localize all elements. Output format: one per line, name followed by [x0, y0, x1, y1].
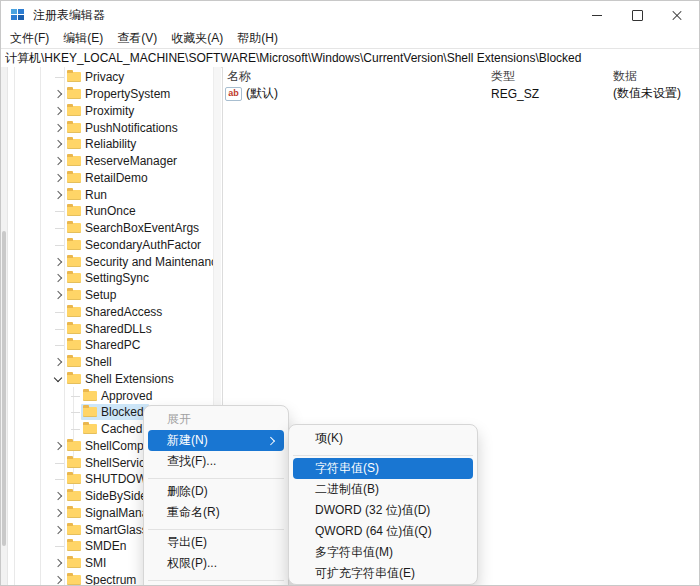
tree-row[interactable]: Reliability [1, 136, 221, 153]
tree-row[interactable]: Run [1, 186, 221, 203]
tree-row[interactable]: SharedPC [1, 337, 221, 354]
folder-icon [67, 72, 81, 82]
chevron-icon[interactable] [51, 438, 65, 454]
chevron-icon[interactable] [51, 455, 65, 471]
context-menu-item[interactable]: 新建(N) [148, 430, 284, 451]
chevron-icon[interactable] [51, 136, 65, 152]
chevron-icon[interactable] [51, 187, 65, 203]
chevron-icon[interactable] [51, 170, 65, 186]
submenu-item[interactable]: DWORD (32 位)值(D) [293, 500, 473, 521]
tree-row[interactable]: SecondaryAuthFactor [1, 237, 221, 254]
value-name: (默认) [246, 85, 278, 102]
chevron-icon[interactable] [51, 304, 65, 320]
tree-row[interactable]: PushNotifications [1, 119, 221, 136]
tree-row[interactable]: PropertySystem [1, 86, 221, 103]
chevron-icon[interactable] [51, 86, 65, 102]
chevron-icon[interactable] [51, 237, 65, 253]
chevron-icon[interactable] [51, 505, 65, 521]
chevron-icon[interactable] [51, 471, 65, 487]
tree-row[interactable]: SharedAccess [1, 304, 221, 321]
tree-scrollbar-left[interactable] [1, 67, 8, 585]
menu-bar-item[interactable]: 帮助(H) [230, 29, 285, 48]
column-header-type[interactable]: 类型 [491, 68, 613, 85]
chevron-icon[interactable] [51, 572, 65, 585]
tree-row[interactable]: Shell [1, 354, 221, 371]
tree-row-label: SecondaryAuthFactor [85, 238, 201, 252]
chevron-icon[interactable] [67, 388, 81, 404]
tree-row[interactable]: RetailDemo [1, 170, 221, 187]
tree-row[interactable]: SettingSync [1, 270, 221, 287]
scrollbar-thumb[interactable] [2, 231, 6, 546]
chevron-icon[interactable] [51, 522, 65, 538]
address-input[interactable] [1, 51, 699, 65]
menu-bar-item[interactable]: 收藏夹(A) [164, 29, 230, 48]
tree-row-label: PropertySystem [85, 87, 170, 101]
chevron-icon[interactable] [51, 354, 65, 370]
chevron-icon[interactable] [51, 270, 65, 286]
chevron-icon[interactable] [51, 120, 65, 136]
context-menu-item[interactable]: 重命名(R) [148, 502, 284, 523]
folder-icon [67, 558, 81, 568]
chevron-icon[interactable] [51, 337, 65, 353]
chevron-icon[interactable] [67, 404, 81, 420]
tree-row-label: SMDEn [85, 539, 126, 553]
chevron-icon[interactable] [51, 153, 65, 169]
tree-row[interactable]: SharedDLLs [1, 320, 221, 337]
tree-row[interactable]: SearchBoxEventArgs [1, 220, 221, 237]
menu-bar-item[interactable]: 编辑(E) [56, 29, 110, 48]
close-icon[interactable] [657, 1, 697, 29]
tree-row[interactable]: Security and Maintenance [1, 253, 221, 270]
folder-icon [67, 89, 81, 99]
tree-row[interactable]: Approved [1, 387, 221, 404]
chevron-icon[interactable] [51, 69, 65, 85]
submenu-item[interactable]: 多字符串值(M) [293, 542, 473, 563]
context-menu-item[interactable] [148, 523, 284, 532]
tree-row[interactable]: Setup [1, 287, 221, 304]
folder-icon [67, 123, 81, 133]
submenu-item[interactable]: 字符串值(S) [293, 458, 473, 479]
chevron-icon[interactable] [51, 254, 65, 270]
submenu-item[interactable] [293, 449, 473, 458]
chevron-icon[interactable] [51, 287, 65, 303]
context-menu-item[interactable]: 权限(P)... [148, 553, 284, 574]
folder-icon [67, 340, 81, 350]
address-bar [1, 48, 699, 68]
tree-row-label: SharedPC [85, 338, 140, 352]
menu-bar-item[interactable]: 文件(F) [3, 29, 56, 48]
minimize-icon[interactable] [577, 1, 617, 29]
chevron-icon[interactable] [51, 321, 65, 337]
chevron-icon[interactable] [51, 371, 65, 387]
chevron-icon[interactable] [51, 220, 65, 236]
chevron-icon[interactable] [51, 103, 65, 119]
value-row[interactable]: ab (默认) REG_SZ (数值未设置) [223, 85, 699, 102]
context-menu-item[interactable]: 删除(D) [148, 481, 284, 502]
column-header-data[interactable]: 数据 [613, 68, 699, 85]
submenu-item[interactable]: 项(K) [293, 428, 473, 449]
column-header-name[interactable]: 名称 [223, 68, 491, 85]
submenu-item[interactable]: 可扩充字符串值(E) [293, 563, 473, 584]
maximize-icon[interactable] [617, 1, 657, 29]
context-menu-item[interactable] [148, 472, 284, 481]
chevron-icon[interactable] [51, 538, 65, 554]
context-menu-item[interactable] [148, 574, 284, 583]
chevron-icon[interactable] [67, 421, 81, 437]
tree-row[interactable]: RunOnce [1, 203, 221, 220]
submenu-item[interactable]: QWORD (64 位)值(Q) [293, 521, 473, 542]
chevron-icon[interactable] [51, 555, 65, 571]
tree-row[interactable]: ReserveManager [1, 153, 221, 170]
tree-row[interactable]: Privacy [1, 69, 221, 86]
tree-row[interactable]: Proximity [1, 103, 221, 120]
menu-bar-item[interactable]: 查看(V) [110, 29, 164, 48]
submenu-item[interactable]: 二进制值(B) [293, 479, 473, 500]
context-menu-item[interactable]: 查找(F)... [148, 451, 284, 472]
chevron-icon[interactable] [51, 488, 65, 504]
tree-row-label: Proximity [85, 104, 134, 118]
tree-row[interactable]: Shell Extensions [1, 371, 221, 388]
chevron-icon[interactable] [51, 203, 65, 219]
context-menu-item[interactable]: 导出(E) [148, 532, 284, 553]
tree-row-label: Privacy [85, 70, 124, 84]
tree-row-label: SMI [85, 556, 106, 570]
folder-icon [67, 106, 81, 116]
ab-string-icon: ab [225, 87, 242, 101]
folder-icon [67, 458, 81, 468]
